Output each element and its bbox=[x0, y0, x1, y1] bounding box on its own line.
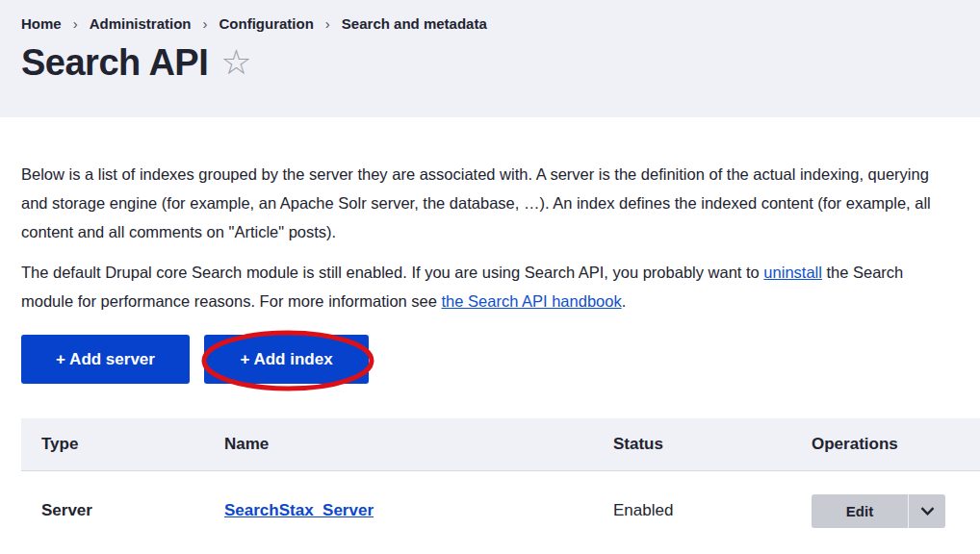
column-header-name: Name bbox=[204, 418, 593, 470]
server-name-cell: SearchStax_Server bbox=[204, 470, 593, 551]
breadcrumb-home[interactable]: Home bbox=[21, 16, 62, 32]
intro-paragraph-2-line-1: The default Drupal core Search module is… bbox=[21, 258, 980, 287]
paragraph-text: the Search bbox=[822, 264, 903, 281]
servers-indexes-table: Type Name Status Operations Server Searc… bbox=[21, 418, 980, 551]
page-title: Search API bbox=[21, 40, 208, 85]
main-content: Below is a list of indexes grouped by th… bbox=[0, 117, 980, 551]
column-header-type: Type bbox=[21, 418, 204, 470]
intro-paragraph-1-line-1: Below is a list of indexes grouped by th… bbox=[21, 160, 980, 189]
dropbutton-toggle[interactable] bbox=[909, 494, 945, 528]
table-header-row: Type Name Status Operations bbox=[21, 418, 980, 470]
add-server-button[interactable]: + Add server bbox=[21, 335, 190, 384]
chevron-down-icon bbox=[920, 507, 935, 516]
favorite-star-icon[interactable]: ☆ bbox=[220, 45, 251, 80]
breadcrumb-separator-icon: › bbox=[325, 16, 330, 32]
server-name-link[interactable]: SearchStax_Server bbox=[224, 501, 374, 519]
page: Home › Administration › Configuration › … bbox=[0, 0, 980, 554]
paragraph-text: . bbox=[622, 292, 627, 310]
intro-paragraph-1-line-3: content and all comments on "Article" po… bbox=[21, 217, 980, 246]
table-row: Server SearchStax_Server Enabled Edit bbox=[21, 470, 980, 551]
uninstall-link[interactable]: uninstall bbox=[763, 264, 822, 281]
breadcrumb: Home › Administration › Configuration › … bbox=[21, 16, 980, 32]
add-index-button[interactable]: + Add index bbox=[204, 335, 369, 384]
intro-paragraph-2: The default Drupal core Search module is… bbox=[21, 258, 980, 315]
server-operations-cell: Edit bbox=[791, 470, 980, 551]
breadcrumb-administration[interactable]: Administration bbox=[90, 16, 192, 32]
breadcrumb-configuration[interactable]: Configuration bbox=[219, 16, 314, 32]
column-header-operations: Operations bbox=[791, 418, 980, 470]
server-type-cell: Server bbox=[21, 470, 204, 551]
paragraph-text: The default Drupal core Search module is… bbox=[21, 264, 763, 281]
server-status-cell: Enabled bbox=[593, 470, 791, 551]
breadcrumb-separator-icon: › bbox=[73, 16, 78, 32]
search-api-handbook-link[interactable]: the Search API handbook bbox=[442, 292, 622, 310]
intro-paragraph-1-line-2: and storage engine (for example, an Apac… bbox=[21, 189, 980, 217]
page-header: Home › Administration › Configuration › … bbox=[0, 0, 980, 117]
table-header: Type Name Status Operations bbox=[21, 418, 980, 470]
breadcrumb-separator-icon: › bbox=[203, 16, 208, 32]
title-row: Search API ☆ bbox=[21, 40, 980, 85]
intro-paragraph-1: Below is a list of indexes grouped by th… bbox=[21, 160, 980, 246]
paragraph-text: module for performance reasons. For more… bbox=[21, 292, 442, 310]
column-header-status: Status bbox=[593, 418, 791, 470]
action-buttons-row: + Add server + Add index bbox=[21, 335, 980, 384]
intro-paragraph-2-line-2: module for performance reasons. For more… bbox=[21, 287, 980, 315]
operations-dropbutton: Edit bbox=[812, 494, 945, 528]
edit-button[interactable]: Edit bbox=[812, 494, 908, 528]
breadcrumb-search-and-metadata[interactable]: Search and metadata bbox=[342, 16, 487, 32]
